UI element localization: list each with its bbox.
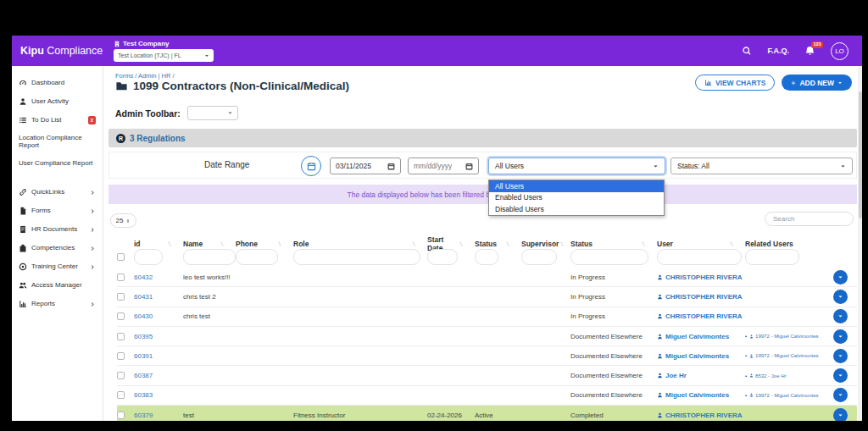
- sidebar-item-location-compliance-report[interactable]: Location Compliance Report: [12, 130, 103, 155]
- row-actions-button[interactable]: [833, 270, 848, 285]
- faq-link[interactable]: F.A.Q.: [767, 47, 789, 55]
- filter-input-user[interactable]: [657, 249, 742, 265]
- filter-input-role[interactable]: [293, 249, 420, 265]
- filter-input-status[interactable]: [475, 249, 498, 265]
- dropdown-option-all-users[interactable]: All Users: [489, 180, 664, 192]
- cell-id[interactable]: 60383: [134, 391, 183, 399]
- row-checkbox[interactable]: [117, 352, 125, 360]
- search-icon[interactable]: [742, 46, 752, 56]
- admin-toolbar-select[interactable]: [187, 106, 238, 120]
- related-user-link[interactable]: •8532 - Joe Hr: [745, 373, 830, 379]
- notifications-bell[interactable]: 123: [804, 46, 815, 57]
- sidebar-item-dashboard[interactable]: Dashboard: [12, 74, 103, 92]
- row-actions-button[interactable]: [833, 388, 848, 402]
- cell-id[interactable]: 60430: [134, 312, 183, 320]
- avatar[interactable]: LO: [831, 42, 849, 60]
- user-link[interactable]: CHRISTOPHER RIVERA: [657, 274, 742, 281]
- cell-user: Miguel Calvimontes: [657, 333, 745, 340]
- select-all-checkbox[interactable]: [117, 253, 125, 261]
- breadcrumb[interactable]: Forms / Admin | HR /: [115, 72, 174, 80]
- user-name: CHRISTOPHER RIVERA: [665, 312, 743, 320]
- row-actions-button[interactable]: [833, 290, 848, 304]
- cell-id[interactable]: 60387: [134, 372, 183, 379]
- cell-id[interactable]: 60379: [134, 412, 183, 419]
- cell-related-users: •19972 - Miguel Calvimontes: [745, 393, 833, 398]
- sidebar-item-competencies[interactable]: Competencies: [12, 239, 103, 257]
- filter-input-id[interactable]: [134, 249, 163, 265]
- sidebar-item-quicklinks[interactable]: QuickLinks: [12, 183, 103, 202]
- cell-user: CHRISTOPHER RIVERA: [657, 312, 745, 320]
- filter-input-phone[interactable]: [236, 249, 278, 265]
- user-link[interactable]: CHRISTOPHER RIVERA: [657, 312, 742, 320]
- filter-input-start-date[interactable]: [427, 249, 458, 265]
- row-checkbox[interactable]: [117, 274, 125, 281]
- sidebar-item-access-manager[interactable]: Access Manager: [12, 276, 103, 295]
- dropdown-option-disabled-users[interactable]: Disabled Users: [489, 203, 664, 215]
- user-link[interactable]: Joe Hr: [657, 372, 742, 379]
- dropdown-option-enabled-users[interactable]: Enabled Users: [489, 192, 664, 204]
- sidebar-item-reports[interactable]: Reports: [12, 295, 103, 313]
- user-link[interactable]: Miguel Calvimontes: [657, 352, 742, 360]
- calendar-button[interactable]: [301, 156, 321, 176]
- filter-input-supervisor[interactable]: [521, 249, 557, 265]
- add-new-button[interactable]: ADD NEW: [782, 75, 852, 91]
- cell-actions: [833, 309, 857, 323]
- row-checkbox-cell: [117, 274, 134, 281]
- cell-user: Joe Hr: [657, 372, 745, 379]
- row-actions-button[interactable]: [833, 408, 848, 421]
- calendar-icon: [387, 163, 395, 170]
- related-user-link[interactable]: •19972 - Miguel Calvimontes: [745, 393, 830, 398]
- cell-id[interactable]: 60395: [134, 333, 183, 340]
- sidebar-item-user-compliance-report[interactable]: User Compliance Report: [12, 155, 103, 173]
- user-link[interactable]: CHRISTOPHER RIVERA: [657, 412, 742, 419]
- row-checkbox[interactable]: [117, 333, 125, 340]
- row-checkbox[interactable]: [117, 412, 125, 419]
- cell-id[interactable]: 60391: [134, 352, 183, 360]
- target-icon: [19, 262, 27, 271]
- related-user-link[interactable]: •19972 - Miguel Calvimontes: [745, 353, 830, 358]
- user-link[interactable]: Miguel Calvimontes: [657, 391, 742, 399]
- user-link[interactable]: CHRISTOPHER RIVERA: [657, 293, 742, 301]
- sidebar-item-label: Forms: [31, 207, 51, 215]
- filter-input-name[interactable]: [183, 249, 236, 265]
- row-checkbox[interactable]: [117, 312, 125, 320]
- regulations-bar[interactable]: R 3 Regulations: [108, 129, 857, 147]
- users-filter-select[interactable]: All Users: [488, 157, 665, 174]
- table-search-input[interactable]: [765, 212, 854, 226]
- row-actions-button[interactable]: [833, 329, 848, 344]
- cell-actions: [833, 329, 857, 344]
- filter-input-related-users[interactable]: [745, 249, 799, 265]
- sidebar: DashboardUser ActivityTo Do List2Locatio…: [12, 66, 103, 421]
- chevron-right-icon: [90, 208, 96, 214]
- related-user-link[interactable]: •19972 - Miguel Calvimontes: [745, 334, 830, 339]
- caret-down-icon: [837, 373, 843, 379]
- scrollbar[interactable]: [858, 66, 862, 421]
- row-checkbox[interactable]: [117, 293, 125, 301]
- location-select[interactable]: Test Location (TJC) | FL: [114, 49, 214, 62]
- brand-logo[interactable]: Kipu Compliance: [12, 45, 103, 57]
- page-size-select[interactable]: 25: [110, 213, 136, 228]
- sidebar-item-user-activity[interactable]: User Activity: [12, 92, 103, 111]
- sidebar-item-to-do-list[interactable]: To Do List2: [12, 111, 103, 130]
- cell-id[interactable]: 60431: [134, 293, 183, 301]
- sidebar-item-forms[interactable]: Forms: [12, 202, 103, 220]
- table-filter-row: [117, 246, 833, 268]
- view-charts-button[interactable]: VIEW CHARTS: [695, 75, 776, 91]
- sidebar-item-hr-documents[interactable]: HR Documents: [12, 220, 103, 239]
- row-checkbox[interactable]: [117, 372, 125, 379]
- status-filter-select[interactable]: Status: All: [670, 157, 853, 174]
- filter-input-status-2[interactable]: [570, 249, 648, 265]
- scrollbar-thumb[interactable]: [859, 91, 862, 218]
- end-date-input[interactable]: mm/dd/yyyy: [408, 157, 479, 174]
- location-select-value: Test Location (TJC) | FL: [118, 52, 181, 58]
- start-date-input[interactable]: 03/11/2025: [330, 157, 401, 174]
- row-actions-button[interactable]: [833, 309, 848, 323]
- row-actions-button[interactable]: [833, 368, 848, 383]
- user-link[interactable]: Miguel Calvimontes: [657, 333, 742, 340]
- filtered-data-banner-text: The data displayed below has been filter…: [347, 191, 499, 199]
- sidebar-item-training-center[interactable]: Training Center: [12, 257, 103, 276]
- cell-id[interactable]: 60432: [134, 274, 183, 281]
- row-checkbox[interactable]: [117, 391, 125, 399]
- row-actions-button[interactable]: [833, 349, 848, 363]
- row-checkbox-cell: [117, 391, 134, 399]
